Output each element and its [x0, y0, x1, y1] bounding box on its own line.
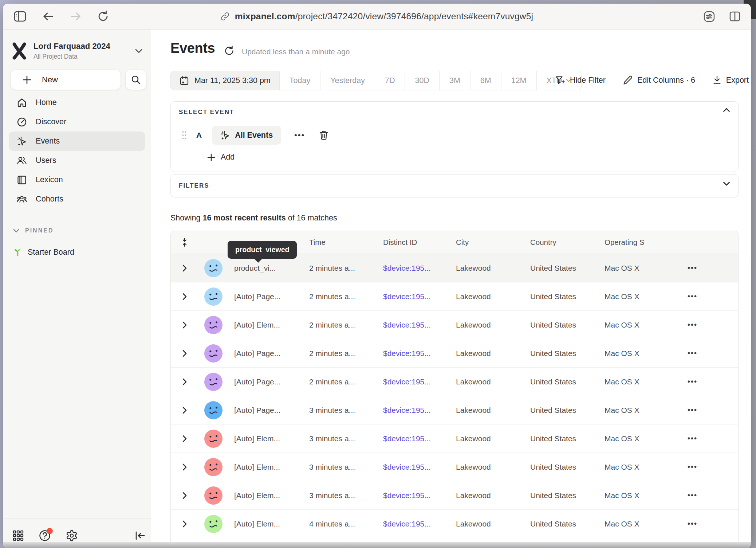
chevron-down-icon: [13, 229, 19, 233]
cell-distinct-id[interactable]: $device:195...: [383, 292, 456, 301]
row-actions-button[interactable]: •••: [682, 264, 738, 272]
table-row[interactable]: [Auto] Page... 3 minutes a... $device:19…: [171, 396, 738, 424]
range-30d[interactable]: 30D: [405, 71, 439, 90]
sidebar-item-lexicon[interactable]: Lexicon: [9, 170, 145, 189]
back-icon[interactable]: [42, 11, 54, 21]
table-row[interactable]: [Auto] Elem... 3 minutes a... $device:19…: [171, 453, 738, 481]
sidebar-footer-divider: [3, 518, 151, 519]
expand-row-icon[interactable]: [182, 492, 187, 500]
column-header-os[interactable]: Operating S: [605, 238, 682, 247]
cell-event-name: [Auto] Elem...: [228, 520, 309, 528]
table-row[interactable]: [Auto] Elem... 4 minutes a... $device:19…: [171, 510, 738, 538]
table-row[interactable]: [Auto] Elem... 3 minutes a... $device:19…: [171, 424, 738, 453]
help-button[interactable]: [39, 529, 51, 542]
add-event-button[interactable]: Add: [207, 153, 235, 162]
expand-row-icon[interactable]: [182, 321, 187, 329]
expand-row-icon[interactable]: [182, 349, 187, 357]
range-3m[interactable]: 3M: [439, 71, 470, 90]
cell-event-name: [Auto] Elem...: [228, 321, 309, 329]
cell-distinct-id[interactable]: $device:195...: [383, 520, 456, 528]
expand-row-icon[interactable]: [182, 378, 187, 386]
event-selector-pill[interactable]: All Events: [212, 126, 281, 145]
expand-row-icon[interactable]: [182, 406, 187, 414]
sidebar-item-home[interactable]: Home: [9, 93, 145, 112]
row-actions-button[interactable]: •••: [682, 321, 738, 329]
sidebar-item-starter-board[interactable]: Starter Board: [13, 247, 74, 257]
apps-grid-icon[interactable]: [12, 530, 24, 541]
chevron-up-icon[interactable]: [723, 107, 730, 112]
cell-time: 2 minutes a...: [309, 349, 383, 358]
column-header-country[interactable]: Country: [530, 238, 605, 247]
event-pill-label: All Events: [235, 131, 273, 140]
cell-distinct-id[interactable]: $device:195...: [383, 321, 456, 329]
expand-row-icon[interactable]: [182, 463, 187, 471]
column-header-time[interactable]: Time: [309, 238, 383, 247]
hide-filter-button[interactable]: Hide Filter: [555, 75, 606, 85]
row-actions-button[interactable]: •••: [682, 463, 738, 471]
sidebar-item-users[interactable]: Users: [9, 151, 145, 170]
table-row[interactable]: [Auto] Page... 2 minutes a... $device:19…: [171, 339, 738, 368]
row-actions-button[interactable]: •••: [682, 520, 738, 528]
table-row[interactable]: [Auto] Elem... 3 minutes a... $device:19…: [171, 481, 738, 510]
cell-distinct-id[interactable]: $device:195...: [383, 264, 456, 273]
row-actions-button[interactable]: •••: [682, 434, 738, 443]
drag-handle-icon[interactable]: [182, 130, 187, 140]
table-row[interactable]: [Auto] Page... 2 minutes a... $device:19…: [171, 282, 738, 311]
range-7d[interactable]: 7D: [375, 71, 405, 90]
cell-distinct-id[interactable]: $device:195...: [383, 377, 456, 386]
cell-distinct-id[interactable]: $device:195...: [383, 463, 456, 471]
expand-row-icon[interactable]: [182, 293, 187, 301]
cell-country: United States: [530, 491, 605, 500]
refresh-icon[interactable]: [224, 46, 234, 56]
collapse-sidebar-icon[interactable]: [135, 531, 146, 540]
sidebar-item-label: Events: [36, 137, 60, 146]
sidebar-item-events[interactable]: Events: [9, 132, 145, 151]
table-row[interactable]: [Auto] Elem... 2 minutes a... $device:19…: [171, 311, 738, 339]
row-actions-button[interactable]: •••: [682, 292, 738, 301]
edit-columns-button[interactable]: Edit Columns · 6: [623, 75, 695, 85]
project-switcher[interactable]: Lord Farquaad 2024 All Project Data: [12, 40, 146, 62]
reload-icon[interactable]: [98, 11, 109, 22]
cell-os: Mac OS X: [605, 491, 682, 500]
cell-distinct-id[interactable]: $device:195...: [383, 349, 456, 358]
row-actions-button[interactable]: •••: [682, 406, 738, 414]
address-bar[interactable]: mixpanel.com/project/3472420/view/397469…: [221, 4, 533, 29]
expand-row-icon[interactable]: [182, 520, 187, 528]
cell-distinct-id[interactable]: $device:195...: [383, 406, 456, 415]
browser-customize-icon[interactable]: [703, 11, 715, 23]
cell-time: 3 minutes a...: [309, 491, 383, 500]
row-actions-button[interactable]: •••: [682, 377, 738, 386]
expand-row-icon[interactable]: [182, 435, 187, 443]
cell-country: United States: [530, 406, 605, 415]
pinned-section-header[interactable]: PINNED: [13, 227, 54, 234]
settings-gear-icon[interactable]: [66, 529, 78, 542]
search-button[interactable]: [125, 70, 146, 90]
row-actions-button[interactable]: •••: [682, 349, 738, 357]
sidebar-item-discover[interactable]: Discover: [9, 112, 145, 132]
sidebar-item-cohorts[interactable]: Cohorts: [9, 189, 145, 209]
cell-distinct-id[interactable]: $device:195...: [383, 434, 456, 443]
table-row-partial[interactable]: [171, 538, 738, 542]
range-6m[interactable]: 6M: [470, 71, 501, 90]
column-header-city[interactable]: City: [456, 238, 530, 247]
expand-row-icon[interactable]: [182, 264, 187, 272]
browser-sidebar-toggle-icon[interactable]: [14, 11, 26, 22]
cell-os: Mac OS X: [605, 463, 682, 471]
event-more-button[interactable]: •••: [294, 131, 305, 140]
table-row[interactable]: [Auto] Page... 2 minutes a... $device:19…: [171, 368, 738, 396]
collapse-rows-icon[interactable]: [181, 238, 188, 247]
cell-distinct-id[interactable]: $device:195...: [383, 491, 456, 500]
range-today[interactable]: Today: [279, 71, 320, 90]
row-actions-button[interactable]: •••: [682, 491, 738, 500]
date-picker-segment[interactable]: Mar 11, 2025 3:30 pm: [171, 71, 279, 90]
cell-event-name: [Auto] Page...: [228, 292, 309, 301]
column-header-distinct-id[interactable]: Distinct ID: [383, 238, 456, 247]
range-yesterday[interactable]: Yesterday: [320, 71, 375, 90]
new-button[interactable]: New: [10, 70, 121, 90]
export-button[interactable]: Export: [713, 75, 749, 85]
range-12m[interactable]: 12M: [501, 71, 536, 90]
cell-country: United States: [530, 264, 605, 273]
split-view-icon[interactable]: [729, 11, 741, 22]
chevron-down-icon[interactable]: [723, 181, 730, 186]
trash-icon[interactable]: [319, 130, 328, 140]
